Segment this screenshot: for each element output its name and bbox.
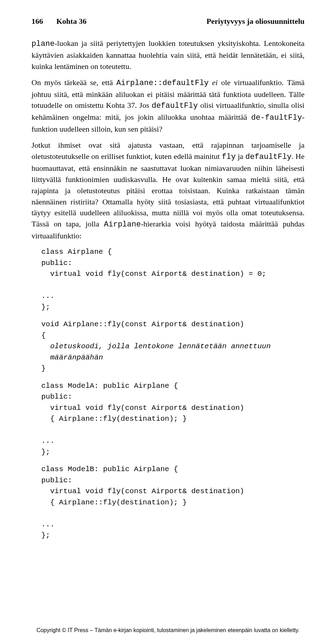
code-line: ... bbox=[41, 292, 55, 300]
code-line: { Airplane::fly(destination); } bbox=[41, 498, 187, 506]
code-line: }; bbox=[41, 448, 50, 456]
code-line: class ModelA: public Airplane { bbox=[41, 382, 178, 390]
code-line: public: bbox=[41, 259, 72, 267]
page: 166 Kohta 36 Periytyvyys ja oliosuunnitt… bbox=[0, 0, 336, 644]
text-italic: ei bbox=[209, 78, 218, 87]
code-line-italic: määränpäähän bbox=[41, 354, 103, 362]
inline-code: de-faultFly bbox=[251, 113, 302, 122]
section-label: Kohta 36 bbox=[56, 17, 86, 26]
code-line: }; bbox=[41, 303, 50, 311]
code-line: { Airplane::fly(destination); } bbox=[41, 415, 187, 423]
code-line: { bbox=[41, 331, 46, 340]
text: -luokan ja siitä periytettyjen luokkien … bbox=[31, 39, 304, 71]
code-line: public: bbox=[41, 393, 72, 401]
code-line: virtual void fly(const Airport& destinat… bbox=[41, 487, 244, 495]
inline-code: Airplane bbox=[104, 220, 141, 229]
paragraph-2: On myös tärkeää se, että Airplane::defau… bbox=[31, 77, 304, 135]
chapter-title: Periytyvyys ja oliosuunnittelu bbox=[206, 17, 304, 26]
text: On myös tärkeää se, että bbox=[31, 78, 116, 87]
code-line: ... bbox=[41, 437, 55, 445]
code-line: virtual void fly(const Airport& destinat… bbox=[41, 270, 266, 278]
code-line: } bbox=[41, 364, 46, 372]
code-line: public: bbox=[41, 476, 72, 484]
code-line: virtual void fly(const Airport& destinat… bbox=[41, 404, 244, 412]
footer-copyright: Copyright © IT Press – Tämän e-kirjan ko… bbox=[0, 627, 336, 634]
code-line: ... bbox=[41, 520, 55, 528]
inline-code: defaultFly bbox=[152, 102, 198, 110]
code-line-italic: oletuskoodi, jolla lentokone lennätetään… bbox=[41, 342, 271, 350]
inline-code: plane bbox=[31, 40, 55, 48]
inline-code: defaultFly bbox=[245, 153, 292, 161]
code-block-3: class ModelA: public Airplane { public: … bbox=[41, 380, 304, 458]
text: . He huomauttavat, että ensinnäkin ne sa… bbox=[31, 152, 304, 228]
inline-code: Airplane::defaultFly bbox=[116, 79, 209, 88]
page-header: 166 Kohta 36 Periytyvyys ja oliosuunnitt… bbox=[31, 17, 304, 26]
code-block-1: class Airplane { public: virtual void fl… bbox=[41, 246, 304, 313]
page-number: 166 bbox=[31, 17, 43, 26]
inline-code: fly bbox=[222, 153, 236, 161]
code-line: void Airplane::fly(const Airport& destin… bbox=[41, 320, 244, 328]
code-block-4: class ModelB: public Airplane { public: … bbox=[41, 464, 304, 541]
paragraph-3: Jotkut ihmiset ovat sitä ajatusta vastaa… bbox=[31, 140, 304, 241]
text: ja bbox=[236, 152, 245, 161]
code-line: class ModelB: public Airplane { bbox=[41, 465, 178, 473]
paragraph-1: plane-luokan ja siitä periytettyjen luok… bbox=[31, 38, 304, 72]
code-block-2: void Airplane::fly(const Airport& destin… bbox=[41, 319, 304, 374]
code-line: }; bbox=[41, 531, 50, 539]
code-line: class Airplane { bbox=[41, 248, 112, 256]
